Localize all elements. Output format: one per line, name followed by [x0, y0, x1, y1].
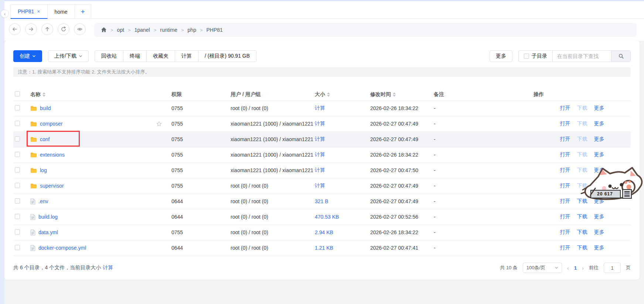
table-row[interactable]: composer 0755 xiaoman1221 (1000) / xiaom… — [13, 116, 631, 131]
upload-download-button[interactable]: 上传/下载 — [48, 50, 89, 62]
more-button[interactable]: 更多 — [490, 50, 512, 62]
action-more[interactable]: 更多 — [594, 136, 604, 142]
close-icon[interactable]: × — [37, 8, 40, 14]
action-open[interactable]: 打开 — [560, 136, 570, 142]
row-checkbox[interactable] — [15, 105, 20, 110]
forward-button[interactable] — [25, 23, 37, 35]
action-open[interactable]: 打开 — [560, 198, 570, 204]
sidebar-collapse-button[interactable]: ‹ — [1, 10, 9, 18]
file-name-link[interactable]: .env — [38, 198, 48, 204]
favorite-star-icon[interactable] — [156, 121, 162, 127]
action-open[interactable]: 打开 — [560, 105, 570, 111]
file-name-link[interactable]: composer — [40, 121, 62, 127]
file-name-link[interactable]: log — [40, 167, 47, 173]
calculate-size-link[interactable]: 计算 — [103, 264, 113, 271]
file-name-link[interactable]: supervisor — [40, 183, 64, 189]
sort-caret-icon[interactable] — [327, 92, 330, 97]
size-link[interactable]: 2.94 KB — [315, 229, 333, 235]
action-download[interactable]: 下载 — [577, 245, 587, 250]
tab-home[interactable]: home — [48, 4, 75, 19]
calculate-button[interactable]: 计算 — [175, 51, 198, 62]
tab-php81[interactable]: PHP81 × — [10, 4, 48, 19]
table-row[interactable]: supervisor 0755 root (0) / root (0) 计算 2… — [13, 178, 631, 194]
action-open[interactable]: 打开 — [560, 151, 570, 157]
row-checkbox[interactable] — [15, 214, 20, 219]
action-download[interactable]: 下载 — [577, 214, 587, 219]
file-name-link[interactable]: docker-compose.yml — [38, 245, 86, 251]
row-checkbox[interactable] — [15, 121, 20, 126]
action-more[interactable]: 更多 — [594, 245, 604, 250]
action-download[interactable]: 下载 — [577, 120, 587, 126]
column-header-size[interactable]: 大小 — [315, 91, 369, 98]
action-download[interactable]: 下载 — [577, 136, 587, 142]
row-checkbox[interactable] — [15, 183, 20, 188]
size-link[interactable]: 计算 — [315, 136, 325, 142]
breadcrumb-item[interactable]: 1panel — [134, 27, 150, 33]
file-name-link[interactable]: build.log — [38, 214, 58, 220]
table-row[interactable]: .env 0644 root (0) / root (0) 321 B 2026… — [13, 194, 631, 209]
action-open[interactable]: 打开 — [560, 214, 570, 219]
row-checkbox[interactable] — [15, 198, 20, 204]
recycle-bin-button[interactable]: 回收站 — [95, 51, 123, 62]
size-link[interactable]: 计算 — [315, 151, 325, 157]
file-name-link[interactable]: extensions — [40, 152, 65, 158]
breadcrumb-item[interactable]: runtime — [160, 27, 177, 33]
table-row[interactable]: build 0755 root (0) / root (0) 计算 2026-0… — [13, 100, 631, 116]
sort-caret-icon[interactable] — [393, 92, 396, 97]
select-all-checkbox[interactable] — [15, 91, 20, 96]
breadcrumb-item[interactable]: php — [188, 27, 196, 33]
subdirectory-toggle[interactable]: 子目录 — [519, 51, 553, 62]
create-button[interactable]: 创建 — [13, 50, 42, 62]
up-button[interactable] — [41, 23, 53, 35]
action-download[interactable]: 下载 — [577, 105, 587, 111]
action-open[interactable]: 打开 — [560, 182, 570, 188]
action-open[interactable]: 打开 — [560, 167, 570, 173]
terminal-button[interactable]: 终端 — [123, 51, 146, 62]
table-row[interactable]: build.log 0644 root (0) / root (0) 470.5… — [13, 209, 631, 225]
sort-caret-icon[interactable] — [42, 92, 45, 97]
action-more[interactable]: 更多 — [594, 151, 604, 157]
table-row[interactable]: log 0755 xiaoman1221 (1000) / xiaoman122… — [13, 163, 631, 178]
search-input[interactable] — [553, 51, 611, 62]
breadcrumb-item[interactable]: PHP81 — [207, 27, 223, 33]
action-open[interactable]: 打开 — [560, 229, 570, 235]
row-checkbox[interactable] — [15, 167, 20, 173]
column-header-mtime[interactable]: 修改时间 — [370, 91, 432, 98]
preview-button[interactable] — [74, 23, 86, 35]
next-page-button[interactable]: › — [582, 265, 584, 271]
table-row[interactable]: conf 0755 xiaoman1221 (1000) / xiaoman12… — [13, 131, 631, 147]
size-link[interactable]: 1.21 KB — [315, 245, 333, 251]
size-link[interactable]: 321 B — [315, 198, 328, 204]
breadcrumb-item[interactable]: opt — [117, 27, 124, 33]
row-checkbox[interactable] — [15, 152, 20, 157]
size-link[interactable]: 计算 — [315, 182, 325, 188]
new-tab-button[interactable]: + — [75, 4, 91, 19]
goto-page-input[interactable] — [604, 263, 621, 273]
size-link[interactable]: 计算 — [315, 120, 325, 126]
size-link[interactable]: 470.53 KB — [315, 214, 339, 220]
size-link[interactable]: 计算 — [315, 105, 325, 111]
action-more[interactable]: 更多 — [594, 105, 604, 111]
action-open[interactable]: 打开 — [560, 120, 570, 126]
file-name-link[interactable]: build — [40, 105, 51, 111]
size-link[interactable]: 计算 — [315, 167, 325, 173]
column-header-name[interactable]: 名称 — [30, 91, 170, 98]
favorites-button[interactable]: 收藏夹 — [146, 51, 175, 62]
row-checkbox[interactable] — [15, 245, 20, 250]
widget-menu-button[interactable] — [622, 189, 632, 199]
prev-page-button[interactable]: ‹ — [567, 265, 569, 271]
action-more[interactable]: 更多 — [594, 229, 604, 235]
action-download[interactable]: 下载 — [577, 151, 587, 157]
root-disk-usage-button[interactable]: / (根目录) 90.91 GB — [198, 51, 256, 62]
home-icon[interactable] — [101, 27, 107, 33]
page-number-1[interactable]: 1 — [574, 265, 577, 271]
action-open[interactable]: 打开 — [560, 245, 570, 250]
file-name-link[interactable]: data.yml — [38, 229, 58, 235]
action-more[interactable]: 更多 — [594, 120, 604, 126]
subdirectory-checkbox[interactable] — [524, 54, 529, 59]
table-row[interactable]: data.yml 0755 root (0) / root (0) 2.94 K… — [13, 225, 631, 240]
refresh-button[interactable] — [58, 23, 69, 35]
row-checkbox[interactable] — [15, 136, 20, 141]
row-checkbox[interactable] — [15, 229, 20, 235]
search-button[interactable] — [611, 51, 630, 62]
